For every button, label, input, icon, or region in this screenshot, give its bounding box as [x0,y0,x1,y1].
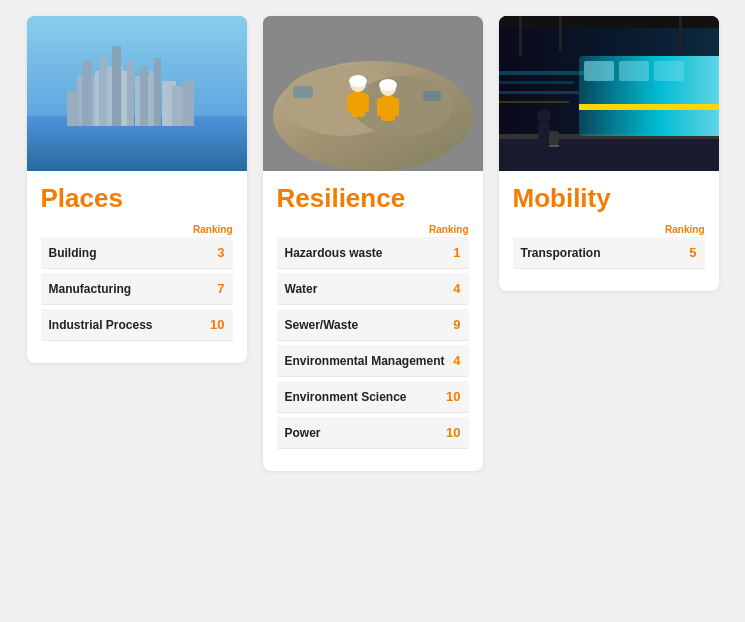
card-title-places: Places [41,183,233,214]
row-label: Water [285,282,318,296]
svg-rect-53 [559,16,562,51]
svg-rect-51 [499,16,719,28]
row-label: Environment Science [285,390,407,404]
svg-rect-45 [499,91,579,94]
svg-rect-40 [619,61,649,81]
row-value: 9 [453,317,460,332]
svg-rect-7 [112,46,121,126]
card-body-mobility: MobilityRankingTransporation5 [499,171,719,291]
row-value: 10 [446,425,460,440]
table-row[interactable]: Sewer/Waste9 [277,309,469,341]
table-row[interactable]: Transporation5 [513,237,705,269]
svg-rect-23 [423,91,441,101]
svg-rect-15 [67,91,79,126]
card-body-places: PlacesRankingBuilding3Manufacturing7Indu… [27,171,247,363]
row-value: 3 [217,245,224,260]
card-places: PlacesRankingBuilding3Manufacturing7Indu… [27,16,247,363]
table-row[interactable]: Power10 [277,417,469,449]
table-row[interactable]: Industrial Process10 [41,309,233,341]
card-mobility: MobilityRankingTransporation5 [499,16,719,291]
row-label: Industrial Process [49,318,153,332]
svg-rect-52 [519,16,522,56]
svg-rect-32 [377,98,385,116]
ranking-header-resilience: Ranking [277,224,469,235]
table-row[interactable]: Environmental Management4 [277,345,469,377]
table-row[interactable]: Building3 [41,237,233,269]
row-label: Hazardous waste [285,246,383,260]
card-resilience: ResilienceRankingHazardous waste1Water4S… [263,16,483,471]
svg-rect-11 [140,66,148,126]
table-row[interactable]: Environment Science10 [277,381,469,413]
svg-point-47 [537,109,551,123]
svg-rect-5 [99,56,107,126]
row-value: 7 [217,281,224,296]
ranking-header-places: Ranking [41,224,233,235]
svg-rect-9 [127,61,134,126]
table-row[interactable]: Hazardous waste1 [277,237,469,269]
svg-rect-17 [182,81,194,126]
row-value: 5 [689,245,696,260]
ranking-header-mobility: Ranking [513,224,705,235]
row-value: 10 [210,317,224,332]
svg-rect-43 [499,71,584,75]
table-row[interactable]: Manufacturing7 [41,273,233,305]
card-title-resilience: Resilience [277,183,469,214]
ranking-label-resilience: Ranking [429,224,468,235]
svg-rect-54 [679,16,682,54]
svg-rect-44 [499,81,574,84]
svg-rect-3 [82,61,92,126]
svg-rect-36 [499,136,719,171]
svg-rect-46 [499,101,569,103]
row-label: Environmental Management [285,354,445,368]
svg-rect-33 [391,98,399,116]
ranking-label-places: Ranking [193,224,232,235]
card-image-resilience [263,16,483,171]
card-title-mobility: Mobility [513,183,705,214]
svg-rect-16 [172,86,182,126]
svg-rect-28 [361,94,369,112]
row-label: Sewer/Waste [285,318,359,332]
svg-rect-42 [579,104,719,110]
svg-rect-50 [549,145,559,147]
cards-container: PlacesRankingBuilding3Manufacturing7Indu… [16,16,729,471]
svg-rect-41 [654,61,684,81]
row-value: 4 [453,281,460,296]
svg-rect-39 [584,61,614,81]
row-label: Building [49,246,97,260]
card-image-places [27,16,247,171]
row-value: 4 [453,353,460,368]
row-label: Transporation [521,246,601,260]
ranking-label-mobility: Ranking [665,224,704,235]
card-body-resilience: ResilienceRankingHazardous waste1Water4S… [263,171,483,471]
svg-point-34 [379,79,397,91]
svg-rect-13 [154,58,161,126]
svg-rect-27 [347,94,355,112]
row-label: Manufacturing [49,282,132,296]
svg-rect-49 [549,131,559,145]
card-image-mobility [499,16,719,171]
svg-point-29 [349,75,367,87]
table-row[interactable]: Water4 [277,273,469,305]
row-value: 1 [453,245,460,260]
svg-rect-48 [538,123,550,145]
row-label: Power [285,426,321,440]
svg-rect-22 [293,86,313,98]
row-value: 10 [446,389,460,404]
